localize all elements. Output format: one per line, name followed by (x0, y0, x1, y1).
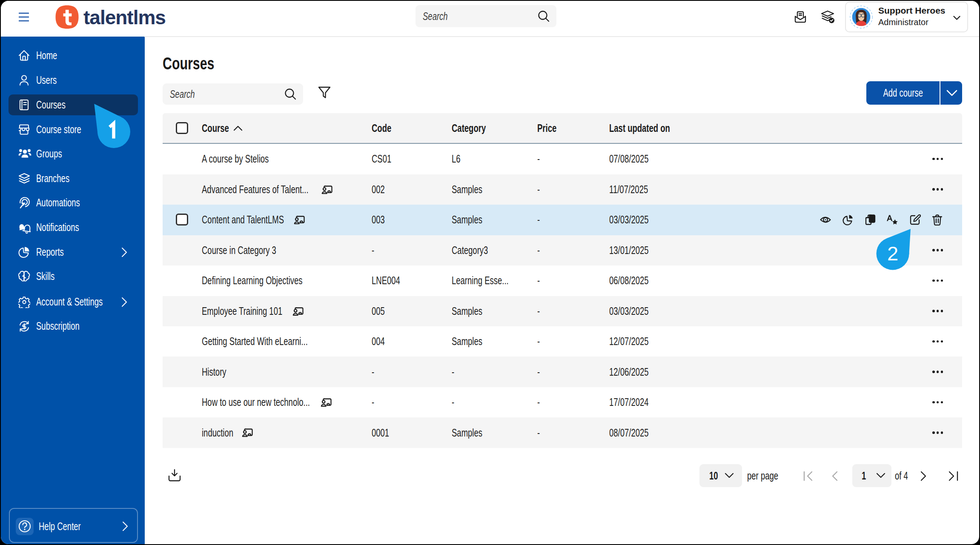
svg-text:2: 2 (887, 242, 898, 265)
